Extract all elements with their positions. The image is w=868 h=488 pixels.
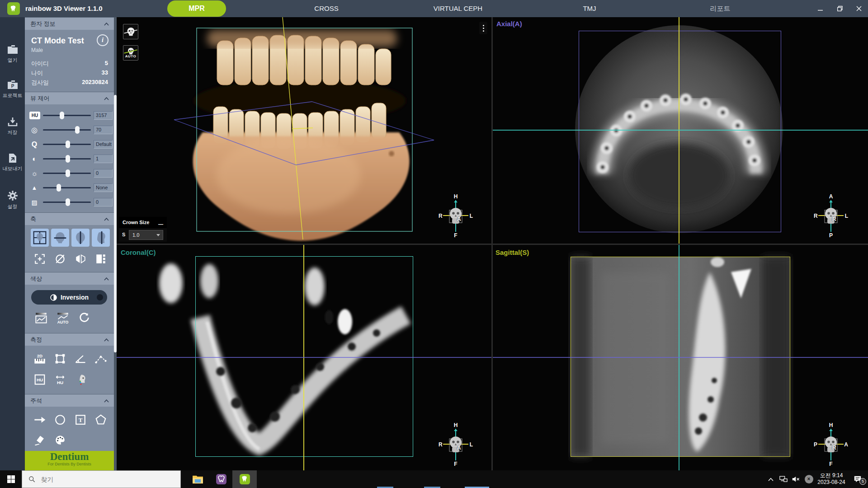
taskbar-rainbow-viewer[interactable] — [232, 470, 257, 488]
angle-icon[interactable] — [74, 352, 87, 366]
skull-opacity-button[interactable] — [123, 24, 138, 39]
area-select-icon[interactable] — [53, 352, 67, 366]
polyline-angle-icon[interactable] — [94, 352, 108, 366]
center-crosshair-icon[interactable] — [33, 252, 47, 266]
orientation-cube-axial[interactable]: A P R L R — [814, 194, 848, 238]
contrast-value[interactable]: 1 — [94, 155, 113, 163]
nav-open[interactable]: 열기 — [0, 44, 25, 64]
gradient-icon: ▨ — [28, 197, 40, 207]
patient-info-button[interactable]: i — [97, 34, 108, 46]
viewport-axial[interactable]: Axial(A) A P R L R — [493, 17, 868, 244]
coronal-ct-image — [117, 245, 491, 470]
axis-section-header[interactable]: 축 — [25, 212, 114, 225]
tab-report[interactable]: 리포트 — [698, 0, 742, 17]
tab-virtual-ceph[interactable]: VIRTUAL CEPH — [420, 0, 495, 17]
brightness-slider[interactable] — [43, 173, 91, 174]
palette-icon[interactable] — [53, 433, 67, 447]
view-control-header[interactable]: 뷰 제어 — [25, 92, 114, 104]
minimize-button[interactable] — [811, 0, 829, 17]
gradient-value[interactable]: 0 — [94, 198, 113, 206]
tray-volume-muted[interactable] — [790, 470, 802, 488]
project-folder-icon: P — [7, 80, 19, 90]
contrast-icon: ◐ — [28, 154, 40, 164]
viewport-coronal[interactable]: Coronal(C) H F R L A — [117, 245, 491, 470]
axial-ct-image — [573, 24, 785, 236]
freehand-pen-icon[interactable] — [33, 433, 47, 447]
text-annotation-icon[interactable]: T — [74, 413, 87, 427]
circle-annotation-icon[interactable] — [53, 413, 67, 427]
viewport-3d[interactable]: AUTO Crown Size— S 1.0 H F R L A — [117, 17, 491, 244]
reset-icon[interactable] — [77, 311, 91, 324]
tab-tmj[interactable]: TMJ — [571, 0, 609, 17]
sharpen-slider[interactable] — [43, 187, 91, 188]
svg-text:T: T — [79, 417, 83, 423]
flip-icon[interactable] — [74, 252, 87, 266]
nav-project[interactable]: P 프로젝트 — [0, 80, 25, 99]
hu-threshold-value[interactable]: 3157 — [94, 111, 113, 120]
tray-expand-chevron[interactable] — [766, 470, 776, 488]
search-icon — [28, 476, 35, 483]
contrast-slider[interactable] — [43, 158, 91, 160]
inversion-toggle[interactable]: Inversion — [31, 290, 107, 305]
search-input[interactable] — [41, 476, 163, 483]
viewport-sagittal[interactable]: Sagittal(S) H F P A R — [493, 245, 868, 470]
airway-skull-icon[interactable] — [74, 373, 87, 386]
gradient-slider[interactable] — [43, 202, 91, 203]
tab-mpr[interactable]: MPR — [167, 0, 226, 17]
export-icon — [7, 153, 18, 164]
titlebar: rainbow 3D Viewer 1.1.0 MPR CROSS VIRTUA… — [0, 0, 868, 17]
nav-save[interactable]: 저장 — [0, 117, 25, 136]
volume-render-3d — [117, 17, 491, 244]
sagittal-ct-image — [493, 245, 868, 470]
coronal-view-button[interactable] — [71, 229, 90, 247]
opacity-value[interactable]: 70 — [94, 126, 113, 134]
sharpen-value[interactable]: None — [94, 183, 113, 192]
restore-button[interactable] — [831, 0, 849, 17]
skull-auto-button[interactable]: AUTO — [123, 45, 138, 61]
brightness-value[interactable]: 0 — [94, 169, 113, 178]
chevron-up-icon — [768, 478, 774, 481]
hide-crosshair-icon[interactable] — [53, 252, 67, 266]
axial-view-button[interactable] — [51, 229, 69, 247]
close-button[interactable] — [850, 0, 868, 17]
quality-slider[interactable] — [43, 144, 91, 145]
speaker-muted-icon — [792, 476, 800, 483]
svg-text:AUTO: AUTO — [57, 320, 69, 324]
hu-threshold-slider[interactable] — [43, 115, 91, 116]
layout-icon[interactable] — [94, 252, 108, 266]
chevron-up-icon — [104, 23, 109, 26]
tray-status-circle[interactable]: × — [803, 470, 815, 488]
quality-value[interactable]: Default — [94, 140, 113, 149]
ruler-2d-icon[interactable]: 2D — [33, 352, 47, 366]
nav-settings[interactable]: 설정 — [0, 190, 25, 210]
color-section-header[interactable]: 색상 — [25, 272, 114, 285]
taskbar-dental-app[interactable] — [211, 470, 231, 488]
arrow-annotation-icon[interactable] — [33, 413, 47, 427]
sagittal-view-button[interactable] — [92, 229, 110, 247]
axial-label: Axial(A) — [496, 20, 522, 28]
nav-export[interactable]: 내보내기 — [0, 153, 25, 172]
hu-line-icon[interactable]: HU — [53, 373, 67, 386]
taskbar-search[interactable] — [22, 470, 181, 488]
auto-histogram-icon[interactable]: AUTO — [56, 311, 70, 325]
taskbar-clock[interactable]: 오전 9:14 2023-08-24 — [814, 472, 849, 486]
tray-network[interactable] — [778, 470, 789, 488]
chevron-down-icon — [156, 234, 160, 236]
opacity-slider[interactable] — [43, 129, 91, 131]
annotation-section-header[interactable]: 주석 — [25, 394, 114, 407]
start-button[interactable] — [0, 470, 22, 488]
tab-cross[interactable]: CROSS — [298, 0, 354, 17]
purple-tooth-app-icon — [216, 474, 227, 485]
quad-view-button[interactable] — [31, 229, 49, 247]
patient-section-header[interactable]: 환자 정보 — [25, 17, 114, 30]
taskbar-file-explorer[interactable] — [187, 470, 208, 488]
hu-probe-icon[interactable]: HU — [33, 373, 47, 386]
patient-field-age: 나이33 — [31, 69, 108, 76]
histogram-icon[interactable] — [34, 311, 48, 325]
view-menu-button[interactable] — [479, 22, 487, 34]
measure-section-header[interactable]: 측정 — [25, 333, 114, 346]
chevron-up-icon — [104, 97, 109, 100]
crown-size-select[interactable]: 1.0 — [129, 230, 163, 240]
coronal-label: Coronal(C) — [121, 249, 156, 256]
polygon-annotation-icon[interactable] — [94, 413, 108, 427]
